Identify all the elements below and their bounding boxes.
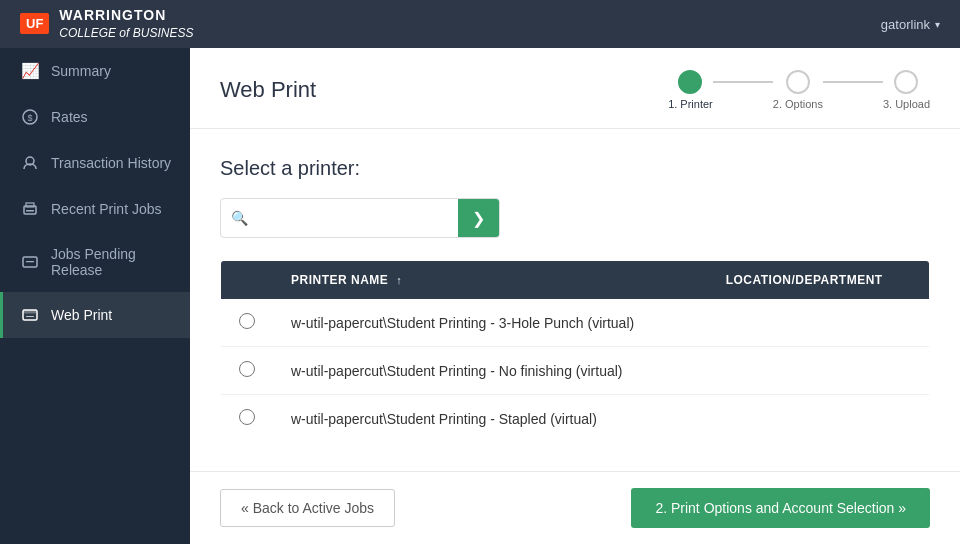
- sidebar-item-rates[interactable]: $ Rates: [0, 94, 190, 140]
- col-printer-name-header: PRINTER NAME ↑: [273, 261, 708, 300]
- sidebar-item-web-print[interactable]: Web Print: [0, 292, 190, 338]
- summary-icon: 📈: [21, 62, 39, 80]
- printer-name-1[interactable]: w-util-papercut\Student Printing - 3-Hol…: [273, 299, 708, 347]
- search-bar: 🔍 ❯: [220, 198, 500, 238]
- step-3-circle: [894, 70, 918, 94]
- section-title: Select a printer:: [220, 157, 930, 180]
- step-line-1: [713, 81, 773, 83]
- sidebar-label-summary: Summary: [51, 63, 111, 79]
- step-2-label: 2. Options: [773, 98, 823, 110]
- content-header: Web Print 1. Printer 2. Options 3. Uplo: [190, 48, 960, 129]
- username-label: gatorlink: [881, 17, 930, 32]
- step-2-circle: [786, 70, 810, 94]
- uf-badge: UF: [20, 13, 49, 34]
- radio-cell-2: [221, 347, 274, 395]
- sidebar-label-recent-print-jobs: Recent Print Jobs: [51, 201, 162, 217]
- printer-radio-2[interactable]: [239, 361, 255, 377]
- sidebar-item-recent-print-jobs[interactable]: Recent Print Jobs: [0, 186, 190, 232]
- steps-indicator: 1. Printer 2. Options 3. Upload: [668, 70, 930, 110]
- col-location-header: LOCATION/DEPARTMENT: [708, 261, 930, 300]
- svg-rect-9: [23, 310, 37, 314]
- table-row: w-util-papercut\Student Printing - Stapl…: [221, 395, 930, 443]
- printer-radio-3[interactable]: [239, 409, 255, 425]
- sidebar-label-rates: Rates: [51, 109, 88, 125]
- printer-radio-1[interactable]: [239, 313, 255, 329]
- radio-cell-1: [221, 299, 274, 347]
- back-button[interactable]: « Back to Active Jobs: [220, 489, 395, 527]
- search-input-wrap: 🔍: [221, 202, 458, 234]
- search-input[interactable]: [256, 202, 448, 234]
- svg-rect-10: [26, 316, 34, 317]
- table-header-row: PRINTER NAME ↑ LOCATION/DEPARTMENT: [221, 261, 930, 300]
- content-inner: Web Print 1. Printer 2. Options 3. Uplo: [190, 48, 960, 544]
- search-icon: 🔍: [231, 210, 248, 226]
- logo: UF WARRINGTON COLLEGE of BUSINESS: [20, 6, 193, 41]
- sidebar-label-web-print: Web Print: [51, 307, 112, 323]
- print-jobs-icon: [21, 200, 39, 218]
- sidebar-item-transaction-history[interactable]: Transaction History: [0, 140, 190, 186]
- printer-location-2: [708, 347, 930, 395]
- transaction-icon: [21, 154, 39, 172]
- printer-name-3[interactable]: w-util-papercut\Student Printing - Stapl…: [273, 395, 708, 443]
- table-row: w-util-papercut\Student Printing - 3-Hol…: [221, 299, 930, 347]
- topbar: UF WARRINGTON COLLEGE of BUSINESS gatorl…: [0, 0, 960, 48]
- chevron-down-icon: ▾: [935, 19, 940, 30]
- step-3: 3. Upload: [883, 70, 930, 110]
- step-3-label: 3. Upload: [883, 98, 930, 110]
- step-line-2: [823, 81, 883, 83]
- radio-cell-3: [221, 395, 274, 443]
- pending-icon: [21, 253, 39, 271]
- step-1-label: 1. Printer: [668, 98, 713, 110]
- sidebar-item-summary[interactable]: 📈 Summary: [0, 48, 190, 94]
- step-1-circle: [678, 70, 702, 94]
- svg-text:$: $: [27, 113, 32, 123]
- printer-location-1: [708, 299, 930, 347]
- user-menu[interactable]: gatorlink ▾: [881, 17, 940, 32]
- content-body: Select a printer: 🔍 ❯ PRI: [190, 129, 960, 471]
- sort-arrow-icon: ↑: [396, 274, 402, 286]
- web-print-icon: [21, 306, 39, 324]
- svg-rect-7: [26, 261, 34, 262]
- step-1: 1. Printer: [668, 70, 713, 110]
- content-area: Web Print 1. Printer 2. Options 3. Uplo: [190, 48, 960, 544]
- next-button[interactable]: 2. Print Options and Account Selection »: [631, 488, 930, 528]
- printer-table: PRINTER NAME ↑ LOCATION/DEPARTMENT w-uti…: [220, 260, 930, 443]
- content-footer: « Back to Active Jobs 2. Print Options a…: [190, 471, 960, 544]
- printer-name-2[interactable]: w-util-papercut\Student Printing - No fi…: [273, 347, 708, 395]
- col-radio-header: [221, 261, 274, 300]
- rates-icon: $: [21, 108, 39, 126]
- page-title: Web Print: [220, 77, 316, 103]
- search-button[interactable]: ❯: [458, 199, 499, 237]
- sidebar-label-jobs-pending-release: Jobs Pending Release: [51, 246, 172, 278]
- step-2: 2. Options: [773, 70, 823, 110]
- sidebar: 📈 Summary $ Rates Transaction History: [0, 48, 190, 544]
- sidebar-label-transaction-history: Transaction History: [51, 155, 171, 171]
- college-name: WARRINGTON COLLEGE of BUSINESS: [59, 6, 193, 41]
- printer-location-3: [708, 395, 930, 443]
- main-layout: 📈 Summary $ Rates Transaction History: [0, 48, 960, 544]
- sidebar-item-jobs-pending-release[interactable]: Jobs Pending Release: [0, 232, 190, 292]
- table-row: w-util-papercut\Student Printing - No fi…: [221, 347, 930, 395]
- svg-rect-5: [26, 210, 34, 212]
